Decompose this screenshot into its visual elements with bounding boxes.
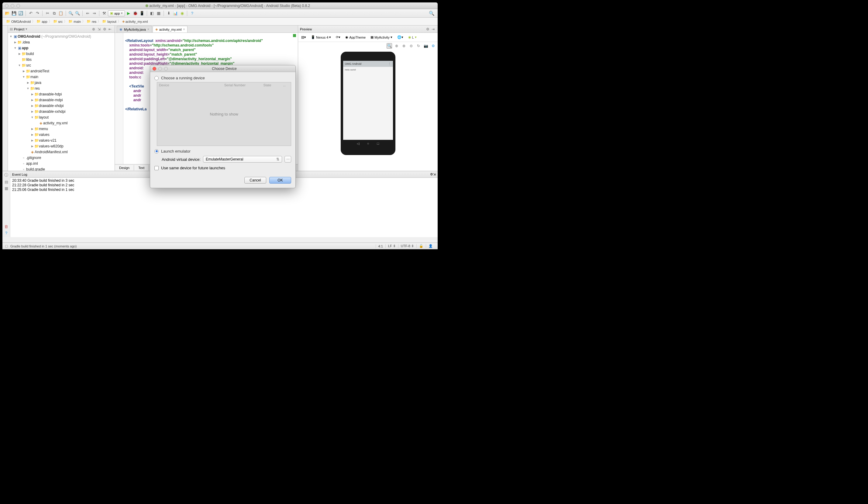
radio-launch-emulator[interactable]: Launch emulator: [154, 149, 291, 154]
android-icon[interactable]: ◉: [179, 10, 185, 17]
tree-item[interactable]: ▶📁drawable-xxhdpi: [8, 109, 115, 114]
tree-item[interactable]: ▶📁menu: [8, 126, 115, 132]
crumb-app[interactable]: 📁app: [35, 19, 49, 24]
tree-item[interactable]: ▶📁java: [8, 80, 115, 85]
crumb-main[interactable]: 📁main: [66, 19, 83, 24]
crumb-src[interactable]: 📁src: [51, 19, 65, 24]
status-icon[interactable]: ▢: [5, 244, 8, 248]
run-icon[interactable]: ▶: [125, 10, 132, 17]
device-dropdown[interactable]: 📱Nexus 4▾: [309, 34, 333, 40]
project-tree[interactable]: ▼▣OMGAndroid (~/Programming/OMGAndroid) …: [8, 33, 115, 171]
lock-icon[interactable]: 🔓: [416, 244, 426, 248]
config-dropdown[interactable]: ▧▾: [299, 34, 308, 40]
tree-item[interactable]: ▶📁drawable-xhdpi: [8, 103, 115, 109]
save-icon[interactable]: 💾: [11, 10, 17, 17]
make-icon[interactable]: ⚒: [101, 10, 107, 17]
hide-icon[interactable]: ⇤: [107, 27, 113, 31]
crumb-res[interactable]: 📁res: [85, 19, 98, 24]
api-dropdown[interactable]: ◉L▾: [406, 34, 418, 40]
avd-icon[interactable]: ▦: [156, 10, 162, 17]
tree-item[interactable]: ▫.gitignore: [8, 155, 115, 161]
tree-item[interactable]: ▶📁androidTest: [8, 68, 115, 74]
tree-item[interactable]: ▶📁drawable-mdpi: [8, 97, 115, 103]
editor-tab-xml[interactable]: ◈activity_my.xml×: [153, 26, 188, 32]
crumb-file[interactable]: ◈activity_my.xml: [120, 19, 150, 24]
forward-icon[interactable]: ⇒: [91, 10, 97, 17]
locale-dropdown[interactable]: 🌐▾: [395, 34, 405, 40]
crumb-layout[interactable]: 📁layout: [100, 19, 118, 24]
undo-icon[interactable]: ↶: [28, 10, 34, 17]
checkbox-icon[interactable]: [154, 166, 159, 170]
settings-icon[interactable]: ⚙: [430, 43, 436, 49]
theme-dropdown[interactable]: ◉AppTheme: [343, 34, 368, 40]
close-icon[interactable]: ×: [147, 28, 149, 31]
tree-item[interactable]: ◈AndroidManifest.xml: [8, 149, 115, 155]
close-window-icon[interactable]: [5, 4, 9, 8]
ok-button[interactable]: OK: [269, 177, 291, 184]
tree-item[interactable]: ▼📁src: [8, 62, 115, 68]
paste-icon[interactable]: 📋: [58, 10, 64, 17]
tree-item[interactable]: ◈activity_my.xml: [8, 120, 115, 126]
close-icon[interactable]: ×: [183, 28, 185, 31]
radio-icon[interactable]: [154, 76, 159, 80]
tree-item[interactable]: 📁libs: [8, 56, 115, 62]
activity-dropdown[interactable]: ▦MyActivity▾: [369, 34, 394, 40]
avd-select[interactable]: EmulateMasterGeneral⇅: [203, 156, 282, 163]
tab-design[interactable]: Design: [115, 165, 134, 171]
settings-icon[interactable]: ⚙: [102, 27, 107, 31]
sync-icon[interactable]: 🔄: [18, 10, 24, 17]
open-icon[interactable]: 📂: [4, 10, 10, 17]
editor-tab-java[interactable]: ◉MyActivity.java×: [117, 26, 152, 32]
refresh-icon[interactable]: ↻: [416, 43, 421, 49]
cut-icon[interactable]: ✂: [44, 10, 50, 17]
hide-icon[interactable]: ⇥: [430, 27, 436, 31]
radio-running-device[interactable]: Choose a running device: [154, 76, 291, 80]
clear-icon[interactable]: 🗑: [4, 224, 8, 229]
tree-item[interactable]: ▼📁layout: [8, 114, 115, 120]
cancel-button[interactable]: Cancel: [244, 177, 266, 184]
tree-item[interactable]: ▶📁values: [8, 132, 115, 137]
inspection-indicator-icon[interactable]: [293, 34, 296, 37]
scroll-from-source-icon[interactable]: ⊕: [91, 27, 96, 31]
sdk-icon[interactable]: ⬇: [166, 10, 172, 17]
tree-item[interactable]: ▶📁build: [8, 51, 115, 56]
line-separator[interactable]: LF ⇕: [385, 244, 398, 248]
remember-checkbox-row[interactable]: Use same device for future launches: [154, 166, 291, 170]
expand-icon[interactable]: ▦: [4, 186, 8, 191]
dialog-titlebar[interactable]: Choose Device: [150, 65, 296, 72]
filter-icon[interactable]: ▤: [4, 179, 8, 184]
tree-item[interactable]: ▫app.iml: [8, 161, 115, 166]
zoom-out-icon[interactable]: ⊖: [409, 43, 414, 49]
avd-manager-button[interactable]: ⋯: [285, 156, 291, 163]
minimize-window-icon[interactable]: [11, 4, 14, 8]
redo-icon[interactable]: ↷: [34, 10, 40, 17]
help-icon[interactable]: ?: [5, 231, 7, 235]
cursor-position[interactable]: 4:1: [376, 244, 385, 248]
monitor-icon[interactable]: 📊: [172, 10, 178, 17]
gear-icon[interactable]: ⚙: [430, 172, 433, 176]
left-tool-stripe[interactable]: [2, 25, 8, 171]
attach-icon[interactable]: 📱: [139, 10, 145, 17]
tree-item[interactable]: ▼📁res: [8, 85, 115, 91]
help-icon[interactable]: ?: [189, 10, 195, 17]
hide-icon[interactable]: ⇲: [433, 172, 436, 176]
zoom-window-icon[interactable]: [17, 4, 20, 8]
collapse-all-icon[interactable]: ⇲: [96, 27, 102, 31]
file-encoding[interactable]: UTF-8 ⇕: [398, 244, 416, 248]
hector-icon[interactable]: 👤: [426, 244, 435, 248]
gear-icon[interactable]: ⚙: [425, 27, 430, 31]
stop-icon[interactable]: ◧: [149, 10, 155, 17]
zoom-actual-icon[interactable]: ⊕: [394, 43, 399, 49]
tree-item[interactable]: ▶📁values-v21: [8, 137, 115, 143]
find-icon[interactable]: 🔍: [68, 10, 74, 17]
info-icon[interactable]: ⓘ: [4, 172, 8, 178]
radio-icon[interactable]: [154, 149, 159, 154]
preview-canvas[interactable]: OMG Android⋮ Hello world! ◁○□: [298, 50, 438, 171]
back-icon[interactable]: ⇐: [84, 10, 91, 17]
screenshot-icon[interactable]: 📷: [423, 43, 428, 49]
zoom-fit-icon[interactable]: 🔍: [386, 43, 392, 49]
orientation-dropdown[interactable]: ⟳▾: [334, 34, 342, 40]
tree-item[interactable]: ▶📁drawable-hdpi: [8, 91, 115, 97]
replace-icon[interactable]: 🔍: [74, 10, 81, 17]
tree-item[interactable]: ▫build.gradle: [8, 166, 115, 171]
